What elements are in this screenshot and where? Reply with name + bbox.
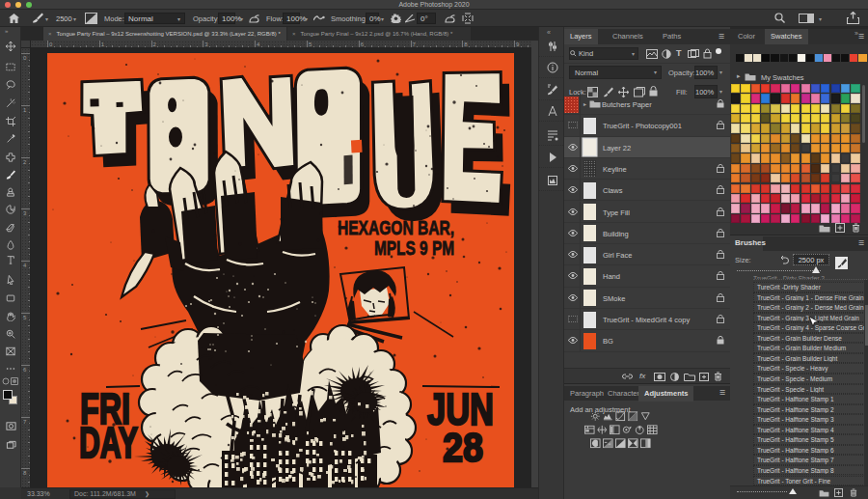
svg-text:HEXAGON BAR,: HEXAGON BAR, bbox=[338, 216, 454, 238]
svg-text:28: 28 bbox=[443, 424, 483, 470]
svg-text:DAY: DAY bbox=[79, 419, 138, 466]
svg-text:MPLS 9 PM: MPLS 9 PM bbox=[374, 236, 454, 259]
